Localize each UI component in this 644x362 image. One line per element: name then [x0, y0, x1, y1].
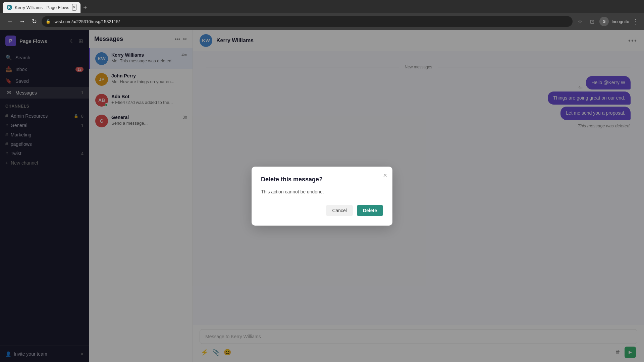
url-text: twist.com/a/225310/msg/1582115/: [53, 19, 120, 24]
forward-button[interactable]: →: [17, 17, 27, 26]
tab-close-button[interactable]: ×: [72, 4, 76, 11]
lock-icon: 🔒: [46, 19, 51, 24]
delete-button[interactable]: Delete: [357, 205, 383, 216]
bookmark-button[interactable]: ☆: [575, 17, 585, 26]
tab-favicon: K: [7, 5, 12, 10]
browser-tabs: K Kerry Williams - Page Flows × +: [0, 0, 644, 13]
tab-title: Kerry Williams - Page Flows: [15, 5, 69, 10]
new-tab-button[interactable]: +: [80, 2, 90, 13]
profile-button[interactable]: G: [599, 17, 609, 26]
browser-controls: ← → ↻ 🔒 twist.com/a/225310/msg/1582115/ …: [0, 13, 644, 30]
browser-tab-active[interactable]: K Kerry Williams - Page Flows ×: [3, 2, 80, 13]
modal-overlay: Delete this message? × This action canno…: [0, 30, 644, 362]
address-bar[interactable]: 🔒 twist.com/a/225310/msg/1582115/: [42, 16, 573, 27]
delete-message-modal: Delete this message? × This action canno…: [252, 167, 392, 226]
modal-title: Delete this message?: [261, 176, 383, 183]
back-button[interactable]: ←: [5, 17, 15, 26]
modal-footer: Cancel Delete: [261, 205, 383, 216]
cancel-button[interactable]: Cancel: [326, 205, 353, 216]
reload-button[interactable]: ↻: [30, 17, 39, 26]
reader-mode-button[interactable]: ⊡: [587, 17, 597, 26]
incognito-label: Incognito: [611, 19, 629, 24]
browser-chrome: K Kerry Williams - Page Flows × + ← → ↻ …: [0, 0, 644, 30]
modal-close-button[interactable]: ×: [383, 172, 387, 179]
modal-body: This action cannot be undone.: [261, 188, 383, 195]
browser-menu-button[interactable]: ⋮: [632, 17, 639, 25]
